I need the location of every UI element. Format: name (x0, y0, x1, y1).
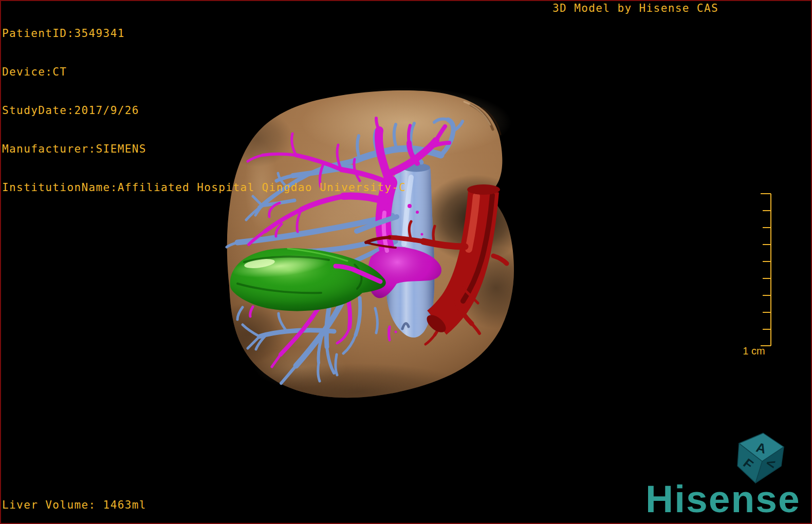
patient-id-line: PatientID:3549341 (2, 27, 406, 40)
patient-info-overlay: PatientID:3549341 Device:CT StudyDate:20… (2, 2, 406, 220)
device-line: Device:CT (2, 66, 406, 79)
scale-bar-ticks (761, 194, 771, 346)
viewer-canvas[interactable]: 1 cm A V F PatientID:3549341 Device:CT S… (0, 0, 812, 524)
liver-volume-readout: Liver Volume: 1463ml (2, 499, 146, 512)
orientation-cube[interactable]: A V F (737, 433, 784, 483)
artery-top-opening (467, 184, 500, 195)
scale-bar-label: 1 cm (743, 345, 765, 357)
liver-shadow-bottom (247, 363, 473, 420)
study-date-line: StudyDate:2017/9/26 (2, 104, 406, 117)
manufacturer-line: Manufacturer:SIEMENS (2, 143, 406, 156)
watermark-title: 3D Model by Hisense CAS (552, 2, 718, 15)
scale-bar: 1 cm (743, 194, 771, 357)
hisense-logo: Hisense (645, 480, 801, 518)
institution-line: InstitutionName:Affiliated Hospital Qing… (2, 181, 406, 194)
